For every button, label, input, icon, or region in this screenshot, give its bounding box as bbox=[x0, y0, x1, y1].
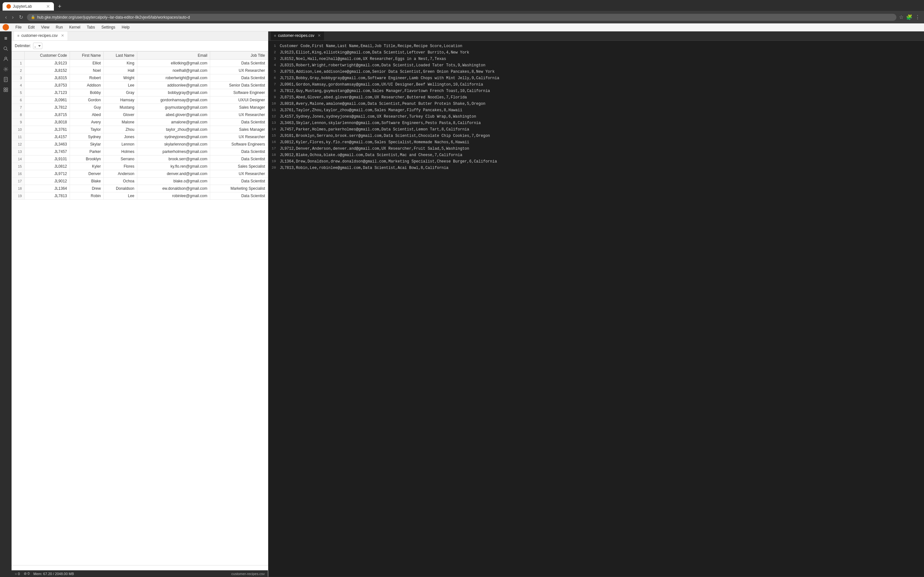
table-row[interactable]: 12 JL3463 Skylar Lennon skylarlennon@gma… bbox=[12, 141, 268, 148]
table-row[interactable]: 15 JL0812 Kyler Flores ky.flo.ren@gmail.… bbox=[12, 163, 268, 170]
menu-kernel[interactable]: Kernel bbox=[67, 24, 83, 31]
table-row[interactable]: 18 JL1364 Drew Donaldson ew.donaldson@gm… bbox=[12, 185, 268, 192]
tab-close-button[interactable]: ✕ bbox=[46, 4, 50, 9]
cell-last: Ochoa bbox=[103, 177, 137, 185]
cell-email: amalone@gmail.com bbox=[137, 119, 210, 126]
right-tab-close[interactable]: ✕ bbox=[318, 33, 321, 38]
cell-email: skylarlennon@gmail.com bbox=[137, 141, 210, 148]
menu-tabs[interactable]: Tabs bbox=[84, 24, 97, 31]
right-editor-tab[interactable]: ≡ customer-recipes.csv ✕ bbox=[271, 31, 324, 40]
left-tab-close[interactable]: ✕ bbox=[61, 33, 64, 38]
cell-last: Hamsay bbox=[103, 97, 137, 104]
table-row[interactable]: 5 JL7123 Bobby Gray bobbygray@gmail.com … bbox=[12, 89, 268, 97]
table-row[interactable]: 4 JL8753 Addison Lee addisonlee@gmail.co… bbox=[12, 82, 268, 89]
cell-first: Robin bbox=[69, 192, 103, 200]
table-row[interactable]: 19 JL7813 Robin Lee robinlee@gmail.com D… bbox=[12, 192, 268, 200]
sidebar-icon-extensions[interactable] bbox=[1, 85, 10, 94]
line-number: 10 bbox=[268, 101, 280, 107]
left-editor-tab[interactable]: ≡ customer-recipes.csv ✕ bbox=[14, 31, 67, 40]
table-row[interactable]: 14 JL9101 Brooklyn Serrano brook.serr@gm… bbox=[12, 155, 268, 163]
cell-first: Kyler bbox=[69, 163, 103, 170]
cell-last: Jones bbox=[103, 133, 137, 141]
code-line: 5 JL8753,Addison,Lee,addisonlee@gmail.co… bbox=[268, 69, 924, 75]
sidebar-icon-settings[interactable] bbox=[1, 65, 10, 74]
table-row[interactable]: 8 JL8715 Abed Glover abed.glover@gmail.c… bbox=[12, 111, 268, 119]
sidebar-icon-search[interactable] bbox=[1, 44, 10, 53]
cell-job: Data Scientist bbox=[210, 74, 268, 82]
table-row[interactable]: 3 JL8315 Robert Wright robertwright@gmai… bbox=[12, 74, 268, 82]
horizontal-scrollbar[interactable] bbox=[11, 565, 268, 570]
table-row[interactable]: 2 JL8152 Noel Hall noelhall@gmail.com UX… bbox=[12, 67, 268, 74]
line-number: 16 bbox=[268, 139, 280, 146]
col-customer-code[interactable]: Customer Code bbox=[25, 52, 70, 60]
table-row[interactable]: 7 JL7812 Guy Mustang guymustang@gmail.co… bbox=[12, 104, 268, 111]
menu-icon[interactable]: ⋮ bbox=[915, 14, 920, 20]
menu-view[interactable]: View bbox=[39, 24, 52, 31]
sidebar-icon-files[interactable]: ≡ bbox=[1, 34, 10, 43]
code-line: 13 JL3463,Skylar,Lennon,skylarlennon@gma… bbox=[268, 120, 924, 127]
line-content: JL0812,Kyler,Flores,ky.flo.ren@gmail.com… bbox=[280, 139, 924, 146]
col-job-title[interactable]: Job Title bbox=[210, 52, 268, 60]
cell-email: sydneyjones@gmail.com bbox=[137, 133, 210, 141]
line-number: 20 bbox=[268, 165, 280, 171]
line-content: Customer Code,First Name,Last Name,Email… bbox=[280, 43, 924, 50]
menu-edit[interactable]: Edit bbox=[25, 24, 37, 31]
data-table-container[interactable]: Customer Code First Name Last Name Email… bbox=[11, 51, 268, 565]
error-count: ⊘ 0 bbox=[24, 572, 29, 576]
table-row[interactable]: 16 JL9712 Denver Anderson denver.and@gma… bbox=[12, 170, 268, 177]
delimiter-select[interactable]: , ; \t | bbox=[33, 43, 42, 49]
cell-code: JL3463 bbox=[25, 141, 70, 148]
cell-code: JL8152 bbox=[25, 67, 70, 74]
table-row[interactable]: 13 JL7457 Parker Holmes parkerholmes@gma… bbox=[12, 148, 268, 155]
new-tab-button[interactable]: + bbox=[55, 2, 64, 11]
back-button[interactable]: ‹ bbox=[4, 13, 8, 21]
line-number: 13 bbox=[268, 120, 280, 127]
menu-file[interactable]: File bbox=[13, 24, 24, 31]
code-line: 3 JL8152,Noel,Hall,noelhall@gmail.com,UX… bbox=[268, 56, 924, 63]
cell-job: Data Scientist bbox=[210, 60, 268, 67]
code-line: 10 JL8018,Avery,Malone,amalone@gmail.com… bbox=[268, 101, 924, 107]
row-num: 6 bbox=[12, 97, 25, 104]
table-row[interactable]: 10 JL3761 Taylor Zhou taylor_zhou@gmail.… bbox=[12, 126, 268, 133]
cell-email: blake.o@gmail.com bbox=[137, 177, 210, 185]
menu-settings[interactable]: Settings bbox=[99, 24, 118, 31]
table-row[interactable]: 17 JL9012 Blake Ochoa blake.o@gmail.com … bbox=[12, 177, 268, 185]
row-num: 3 bbox=[12, 74, 25, 82]
content-area: ≡ customer-recipes.csv ✕ Delimiter: , ; … bbox=[11, 31, 924, 577]
sidebar-icon-user[interactable] bbox=[1, 55, 10, 63]
status-left: ○ 0 ⊘ 0 Mem: 67.20 / 2048.00 MB bbox=[15, 572, 74, 576]
table-row[interactable]: 9 JL8018 Avery Malone amalone@gmail.com … bbox=[12, 119, 268, 126]
cell-first: Parker bbox=[69, 148, 103, 155]
table-row[interactable]: 6 JL0961 Gordon Hamsay gordonhamsay@gmai… bbox=[12, 97, 268, 104]
url-bar[interactable]: 🔒 hub.gke.mybinder.org/user/jupytercalpo… bbox=[27, 14, 897, 21]
menu-run[interactable]: Run bbox=[53, 24, 65, 31]
code-line: 15 JL9101,Brooklyn,Serrano,brook.serr@gm… bbox=[268, 133, 924, 139]
col-email[interactable]: Email bbox=[137, 52, 210, 60]
table-row[interactable]: 1 JL9123 Elliot King elliotking@gmail.co… bbox=[12, 60, 268, 67]
sidebar-icon-files2[interactable] bbox=[1, 75, 10, 84]
line-content: JL8715,Abed,Glover,abed.glover@gmail.com… bbox=[280, 95, 924, 101]
refresh-button[interactable]: ↻ bbox=[18, 13, 24, 21]
col-last-name[interactable]: Last Name bbox=[103, 52, 137, 60]
bookmark-icon[interactable]: ☆ bbox=[899, 14, 903, 20]
col-first-name[interactable]: First Name bbox=[69, 52, 103, 60]
code-line: 1 Customer Code,First Name,Last Name,Ema… bbox=[268, 43, 924, 50]
cell-code: JL9123 bbox=[25, 60, 70, 67]
menu-help[interactable]: Help bbox=[119, 24, 132, 31]
line-number: 8 bbox=[268, 88, 280, 95]
cell-first: Sydney bbox=[69, 133, 103, 141]
cell-job: Sales Specialist bbox=[210, 163, 268, 170]
cell-first: Brooklyn bbox=[69, 155, 103, 163]
line-number: 3 bbox=[268, 56, 280, 63]
table-row[interactable]: 11 JL4157 Sydney Jones sydneyjones@gmail… bbox=[12, 133, 268, 141]
row-num: 8 bbox=[12, 111, 25, 119]
kernel-status: ○ 0 bbox=[15, 572, 20, 576]
code-line: 6 JL7123,Bobby,Gray,bobbygray@gmail.com,… bbox=[268, 75, 924, 82]
extension-icon[interactable]: 🧩 bbox=[906, 14, 913, 20]
code-line: 2 JL9123,Elliot,King,elliotking@gmail.co… bbox=[268, 50, 924, 56]
forward-button[interactable]: › bbox=[11, 13, 15, 21]
cell-email: bobbygray@gmail.com bbox=[137, 89, 210, 97]
active-tab[interactable]: JupyterLab ✕ bbox=[3, 2, 54, 11]
line-content: JL8315,Robert,Wright,robertwright@gmail.… bbox=[280, 63, 924, 69]
code-editor[interactable]: 1 Customer Code,First Name,Last Name,Ema… bbox=[268, 41, 924, 577]
